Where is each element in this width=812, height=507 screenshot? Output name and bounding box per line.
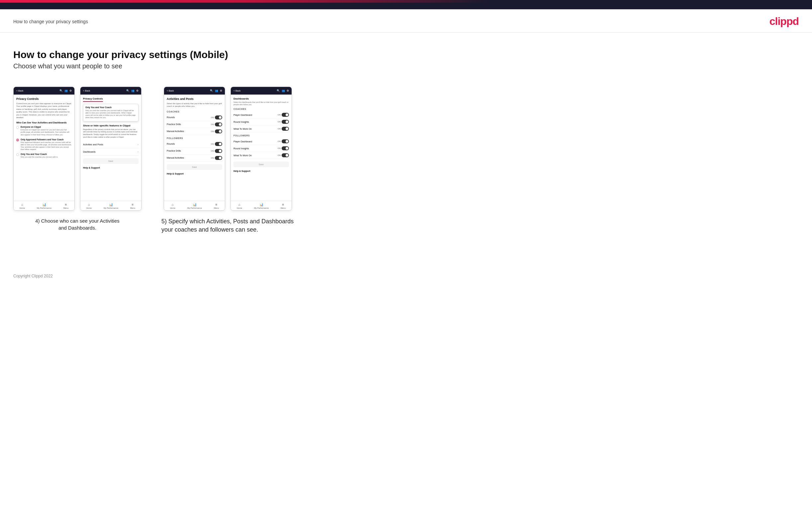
footer-performance-2[interactable]: 📊 My Performance: [104, 203, 118, 209]
follower-manual-toggle[interactable]: [215, 156, 222, 160]
phone-4-header: < Back 🔍 👥 ⚙: [231, 87, 292, 95]
dash-follower-player-toggle[interactable]: [282, 139, 289, 143]
radio-coach-only[interactable]: [16, 153, 19, 156]
menu-icon-4: ≡: [282, 203, 284, 206]
follower-rounds: Rounds ON: [167, 141, 222, 148]
radio-option-approved: Only Approved Followers and Your Coach O…: [16, 138, 72, 151]
phone-4-icons: 🔍 👥 ⚙: [276, 89, 289, 92]
phone-3-header: < Back 🔍 👥 ⚙: [164, 87, 225, 95]
menu-activities[interactable]: Activities and Posts ›: [83, 141, 139, 148]
dashboards-title: Dashboards: [234, 97, 289, 100]
privacy-tab[interactable]: Privacy Controls: [83, 97, 103, 102]
dash-coach-rounds-toggle[interactable]: [282, 120, 289, 124]
header: How to change your privacy settings clip…: [0, 9, 812, 33]
phone-1-body: Privacy Controls Control how you and you…: [14, 95, 74, 201]
dash-coach-work-toggle[interactable]: [282, 127, 289, 131]
footer-home-label: Home: [19, 207, 25, 209]
coach-rounds-toggle-wrap: ON: [211, 115, 222, 119]
phones-pair-right: < Back 🔍 👥 ⚙ Activities and Posts Select…: [164, 87, 292, 211]
footer-home-2[interactable]: ⌂ Home: [86, 203, 92, 209]
dash-follower-player-toggle-wrap: ON: [277, 139, 289, 143]
phone-1: < Back 🔍 👥 ⚙ Privacy Controls Control ho…: [13, 87, 75, 211]
phone-3-footer: ⌂ Home 📊 My Performance ≡ Menu: [164, 201, 225, 210]
save-button-2[interactable]: Save: [83, 158, 139, 164]
footer-performance-3[interactable]: 📊 My Performance: [187, 203, 202, 209]
help-support-3: Help & Support: [167, 173, 222, 175]
people-icon-3: 👥: [215, 89, 218, 92]
logo: clippd: [769, 15, 799, 27]
search-icon-3: 🔍: [210, 89, 213, 92]
search-icon: 🔍: [59, 89, 63, 92]
phone-1-icons: 🔍 👥 ⚙: [59, 89, 72, 92]
follower-manual: Manual Activities ON: [167, 155, 222, 162]
footer-perf-label-4: My Performance: [254, 207, 269, 209]
page-title: How to change your privacy settings (Mob…: [13, 49, 452, 60]
follower-manual-label: Manual Activities: [167, 157, 184, 159]
home-icon-3: ⌂: [172, 203, 174, 206]
popup-option: Only You and Your Coach: [85, 106, 136, 109]
coach-manual: Manual Activities ON: [167, 128, 222, 135]
phone-4: < Back 🔍 👥 ⚙ Dashboards Select the dashb…: [231, 87, 292, 211]
phone-3: < Back 🔍 👥 ⚙ Activities and Posts Select…: [164, 87, 225, 211]
footer-performance[interactable]: 📊 My Performance: [37, 203, 51, 209]
radio-coach-only-desc: Only you and the coaches you connect wit…: [20, 156, 58, 158]
footer-menu-3[interactable]: ≡ Menu: [214, 203, 219, 209]
phone-4-footer: ⌂ Home 📊 My Performance ≡ Menu: [231, 201, 292, 210]
radio-approved[interactable]: [16, 139, 19, 142]
settings-icon-3: ⚙: [220, 89, 222, 92]
radio-coach-only-text: Only You and Your Coach Only you and the…: [20, 153, 58, 158]
follower-manual-toggle-wrap: ON: [211, 156, 222, 160]
footer: Copyright Clippd 2022: [0, 267, 812, 285]
radio-everyone[interactable]: [16, 126, 19, 129]
phone-4-back: < Back: [234, 90, 241, 92]
footer-performance-4[interactable]: 📊 My Performance: [254, 203, 269, 209]
dash-coach-player-toggle[interactable]: [282, 113, 289, 117]
menu-icon-2: ≡: [132, 203, 134, 206]
footer-home-4[interactable]: ⌂ Home: [237, 203, 242, 209]
footer-home-label-2: Home: [86, 207, 92, 209]
dash-coach-player: Player Dashboard ON: [234, 111, 289, 118]
phone-3-icons: 🔍 👥 ⚙: [210, 89, 222, 92]
dash-follower-work: What To Work On ON: [234, 152, 289, 159]
coach-drills-toggle[interactable]: [215, 122, 222, 126]
footer-home[interactable]: ⌂ Home: [19, 203, 25, 209]
phone-2-back: < Back: [83, 90, 90, 92]
footer-home-3[interactable]: ⌂ Home: [170, 203, 175, 209]
save-button-3[interactable]: Save: [167, 164, 222, 170]
chart-icon-3: 📊: [193, 203, 197, 206]
footer-menu-4[interactable]: ≡ Menu: [281, 203, 286, 209]
followers-label: FOLLOWERS: [167, 137, 222, 139]
footer-menu-2[interactable]: ≡ Menu: [130, 203, 135, 209]
dash-follower-work-toggle[interactable]: [282, 153, 289, 157]
radio-everyone-label: Everyone on Clippd: [20, 126, 72, 128]
save-button-4[interactable]: Save: [234, 162, 289, 167]
footer-perf-label-3: My Performance: [187, 207, 202, 209]
pc-section-title: Who Can See Your Activities and Dashboar…: [16, 121, 72, 124]
dash-follower-work-label: What To Work On: [234, 154, 252, 157]
menu-activities-label: Activities and Posts: [83, 143, 103, 146]
chart-icon-2: 📊: [109, 203, 113, 206]
coach-drills: Practice Drills ON: [167, 121, 222, 128]
follower-drills-toggle[interactable]: [215, 149, 222, 153]
footer-menu[interactable]: ≡ Menu: [63, 203, 68, 209]
dash-coach-work-label: What To Work On: [234, 128, 252, 130]
people-icon-4: 👥: [282, 89, 285, 92]
radio-option-coach-only: Only You and Your Coach Only you and the…: [16, 153, 72, 158]
dash-follower-rounds-toggle-wrap: ON: [277, 146, 289, 150]
phone-1-back: < Back: [16, 90, 23, 92]
follower-rounds-toggle[interactable]: [215, 142, 222, 146]
coach-manual-toggle[interactable]: [215, 129, 222, 133]
follower-rounds-toggle-wrap: ON: [211, 142, 222, 146]
dash-follower-rounds-toggle[interactable]: [282, 146, 289, 150]
footer-menu-label: Menu: [63, 207, 68, 209]
coach-rounds-toggle[interactable]: [215, 115, 222, 119]
settings-icon-4: ⚙: [287, 89, 289, 92]
radio-coach-only-label: Only You and Your Coach: [20, 153, 58, 155]
menu-dashboards[interactable]: Dashboards ›: [83, 148, 139, 156]
page-subtitle: Choose what you want people to see: [13, 62, 452, 70]
coach-manual-toggle-wrap: ON: [211, 129, 222, 133]
coach-drills-toggle-wrap: ON: [211, 122, 222, 126]
menu-icon: ≡: [65, 203, 67, 206]
radio-approved-text: Only Approved Followers and Your Coach O…: [20, 138, 72, 151]
right-group: < Back 🔍 👥 ⚙ Activities and Posts Select…: [161, 87, 294, 234]
